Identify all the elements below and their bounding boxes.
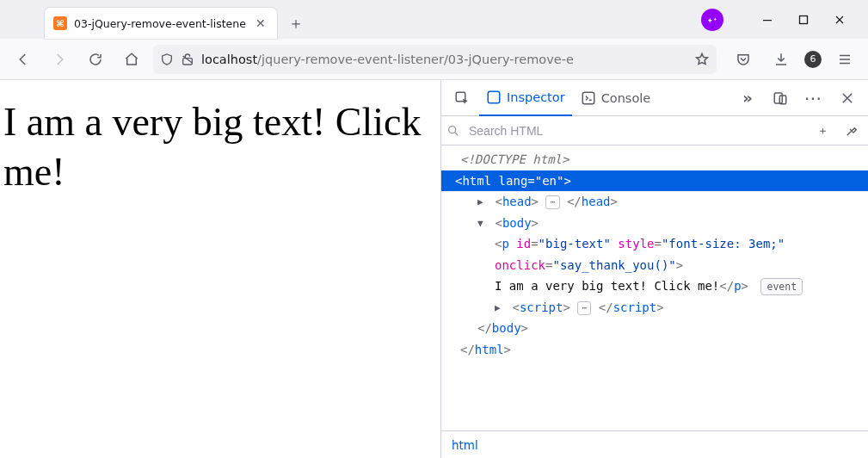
svg-point-0 <box>707 15 717 25</box>
p-node-text[interactable]: I am a very big text! Click me!</p> even… <box>441 275 868 297</box>
toolbar-right: 6 <box>723 45 859 74</box>
tab-title: 03-jQuery-remove-event-listene <box>74 17 246 30</box>
add-node-button[interactable]: ＋ <box>811 120 834 142</box>
devtools-toolbar: Inspector Console » ⋯ <box>441 80 868 116</box>
nav-bar: localhost/jquery-remove-event-listener/0… <box>0 39 868 80</box>
console-tab[interactable]: Console <box>574 80 658 116</box>
html-search-input[interactable] <box>467 123 804 139</box>
bookmark-star-icon[interactable] <box>694 52 710 67</box>
doctype-node[interactable]: <!DOCTYPE html> <box>441 149 868 170</box>
devtools-panel: Inspector Console » ⋯ ＋ <box>440 80 868 458</box>
back-button[interactable] <box>9 45 38 74</box>
responsive-mode-button[interactable] <box>765 80 796 116</box>
home-button[interactable] <box>117 45 146 74</box>
p-node-line2[interactable]: onclick="say_thank_you()"> <box>441 255 868 276</box>
account-badge[interactable]: 6 <box>804 51 822 68</box>
twisty-collapsed-icon[interactable]: ▶ <box>495 300 505 316</box>
console-tab-label: Console <box>601 91 651 105</box>
svg-rect-7 <box>774 93 782 103</box>
url-path: /jquery-remove-event-listener/03-jQuery-… <box>257 53 574 66</box>
svg-rect-2 <box>800 15 808 23</box>
ellipsis-pill[interactable]: ⋯ <box>577 301 591 315</box>
more-tools-button[interactable]: » <box>732 80 763 116</box>
twisty-expanded-icon[interactable]: ▼ <box>477 215 488 232</box>
tab-close-button[interactable]: ✕ <box>253 15 268 31</box>
svg-rect-1 <box>763 20 772 21</box>
xampp-favicon: ⌘ <box>53 16 67 30</box>
pocket-icon[interactable] <box>729 45 758 74</box>
url-bar[interactable]: localhost/jquery-remove-event-listener/0… <box>153 45 717 74</box>
inspector-tab[interactable]: Inspector <box>479 80 572 116</box>
ellipsis-pill[interactable]: ⋯ <box>545 195 559 209</box>
window-controls <box>701 0 868 39</box>
event-badge[interactable]: event <box>760 278 803 295</box>
html-close-node[interactable]: </html> <box>441 339 868 361</box>
p-node-line1[interactable]: <p id="big-text" style="font-size: 3em;" <box>441 233 868 255</box>
page-viewport: I am a very big text! Click me! <box>0 80 440 458</box>
app-menu-button[interactable] <box>830 45 859 74</box>
extension-badge-icon[interactable] <box>701 9 723 31</box>
shield-icon <box>160 53 174 66</box>
tab-bar: ⌘ 03-jQuery-remove-event-listene ✕ ＋ <box>0 0 868 39</box>
url-text: localhost/jquery-remove-event-listener/0… <box>201 53 687 66</box>
new-tab-button[interactable]: ＋ <box>284 11 308 35</box>
twisty-collapsed-icon[interactable]: ▶ <box>477 194 488 210</box>
body-close-node[interactable]: </body> <box>441 318 868 339</box>
head-node[interactable]: ▶ <head> ⋯ </head> <box>441 191 868 213</box>
inspector-tab-label: Inspector <box>507 90 565 104</box>
window-close-button[interactable] <box>832 12 847 28</box>
body-node[interactable]: ▼ <body> <box>441 213 868 234</box>
svg-rect-5 <box>488 91 500 103</box>
url-host: localhost <box>201 53 257 66</box>
content-area: I am a very big text! Click me! Inspecto… <box>0 80 868 458</box>
search-icon <box>446 124 460 138</box>
eyedropper-button[interactable] <box>840 120 863 142</box>
script-node[interactable]: ▶ <script> ⋯ </script> <box>441 297 868 319</box>
window-maximize-button[interactable] <box>796 12 811 28</box>
devtools-close-button[interactable] <box>832 80 863 116</box>
browser-tab[interactable]: ⌘ 03-jQuery-remove-event-listene ✕ <box>45 8 277 39</box>
window-minimize-button[interactable] <box>760 12 775 28</box>
html-node[interactable]: <html lang="en"> <box>441 170 868 192</box>
devtools-search-bar: ＋ <box>441 116 868 145</box>
downloads-icon[interactable] <box>766 45 796 74</box>
dom-tree[interactable]: <!DOCTYPE html> <html lang="en"> ▶ <head… <box>441 145 868 430</box>
reload-button[interactable] <box>81 45 110 74</box>
element-picker-button[interactable] <box>446 80 477 116</box>
big-text[interactable]: I am a very big text! Click me! <box>3 100 421 194</box>
forward-button <box>45 45 74 74</box>
lock-icon <box>181 53 194 66</box>
breadcrumb-item[interactable]: html <box>452 438 478 452</box>
svg-point-9 <box>449 126 456 133</box>
devtools-menu-button[interactable]: ⋯ <box>797 80 830 116</box>
breadcrumb[interactable]: html <box>441 430 868 458</box>
